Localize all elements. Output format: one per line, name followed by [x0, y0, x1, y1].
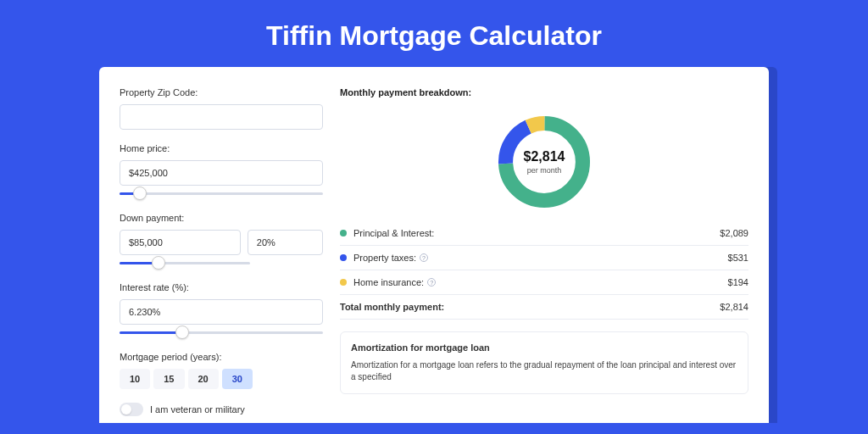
interest-rate-label: Interest rate (%):: [120, 282, 323, 292]
legend-label-ins: Home insurance:: [353, 277, 424, 287]
interest-rate-field: Interest rate (%):: [120, 282, 323, 338]
home-price-slider[interactable]: [120, 189, 323, 199]
mortgage-period-field: Mortgage period (years): 10 15 20 30: [120, 352, 323, 389]
amortization-box: Amortization for mortgage loan Amortizat…: [340, 331, 748, 394]
donut-chart: $2,814 per month: [493, 111, 595, 213]
legend-dot-icon: [340, 254, 347, 261]
down-payment-field: Down payment:: [120, 213, 323, 269]
down-payment-slider[interactable]: [120, 259, 250, 269]
veteran-row: I am veteran or military: [120, 403, 323, 416]
mortgage-period-option-10[interactable]: 10: [120, 369, 150, 389]
mortgage-period-group: 10 15 20 30: [120, 369, 323, 389]
form-panel: Property Zip Code: Home price: Down paym…: [120, 87, 323, 423]
interest-rate-slider[interactable]: [120, 328, 323, 338]
legend-row-ins: Home insurance: ? $194: [340, 270, 748, 295]
zip-input[interactable]: [120, 104, 323, 130]
donut-chart-wrap: $2,814 per month: [340, 108, 748, 221]
info-icon[interactable]: ?: [427, 278, 436, 287]
down-payment-amount-input[interactable]: [120, 230, 241, 255]
home-price-input[interactable]: [120, 160, 323, 186]
mortgage-period-label: Mortgage period (years):: [120, 352, 323, 362]
donut-amount: $2,814: [524, 149, 565, 164]
mortgage-period-option-15[interactable]: 15: [153, 369, 184, 389]
legend-label-total: Total monthly payment:: [340, 302, 444, 312]
legend-value-pi: $2,089: [720, 228, 748, 238]
down-payment-percent-input[interactable]: [248, 230, 323, 255]
interest-rate-input[interactable]: [120, 299, 323, 325]
mortgage-period-option-20[interactable]: 20: [188, 369, 219, 389]
legend-row-pi: Principal & Interest: $2,089: [340, 221, 748, 246]
veteran-label: I am veteran or military: [150, 404, 245, 415]
legend-row-tax: Property taxes: ? $531: [340, 246, 748, 270]
legend-row-total: Total monthly payment: $2,814: [340, 295, 748, 320]
legend-dot-icon: [340, 279, 347, 286]
legend-label-tax: Property taxes:: [353, 253, 416, 263]
amortization-title: Amortization for mortgage loan: [351, 342, 737, 353]
legend-value-ins: $194: [728, 277, 748, 287]
calculator-card: Property Zip Code: Home price: Down paym…: [99, 67, 769, 423]
down-payment-label: Down payment:: [120, 213, 323, 223]
donut-center: $2,814 per month: [493, 111, 595, 213]
amortization-text: Amortization for a mortgage loan refers …: [351, 359, 737, 383]
veteran-toggle[interactable]: [120, 403, 143, 416]
zip-label: Property Zip Code:: [120, 87, 323, 97]
breakdown-panel: Monthly payment breakdown: $2,814 per mo…: [340, 87, 748, 423]
info-icon[interactable]: ?: [420, 253, 428, 262]
legend-value-total: $2,814: [720, 302, 748, 312]
donut-sub: per month: [527, 166, 562, 175]
breakdown-title: Monthly payment breakdown:: [340, 87, 748, 97]
zip-field: Property Zip Code:: [120, 87, 323, 130]
home-price-field: Home price:: [120, 143, 323, 199]
home-price-label: Home price:: [120, 143, 323, 153]
page-title: Tiffin Mortgage Calculator: [0, 0, 868, 67]
legend-dot-icon: [340, 230, 347, 236]
legend-value-tax: $531: [728, 253, 748, 263]
mortgage-period-option-30[interactable]: 30: [222, 369, 253, 389]
legend-label-pi: Principal & Interest:: [353, 228, 434, 238]
toggle-knob-icon: [121, 404, 131, 415]
